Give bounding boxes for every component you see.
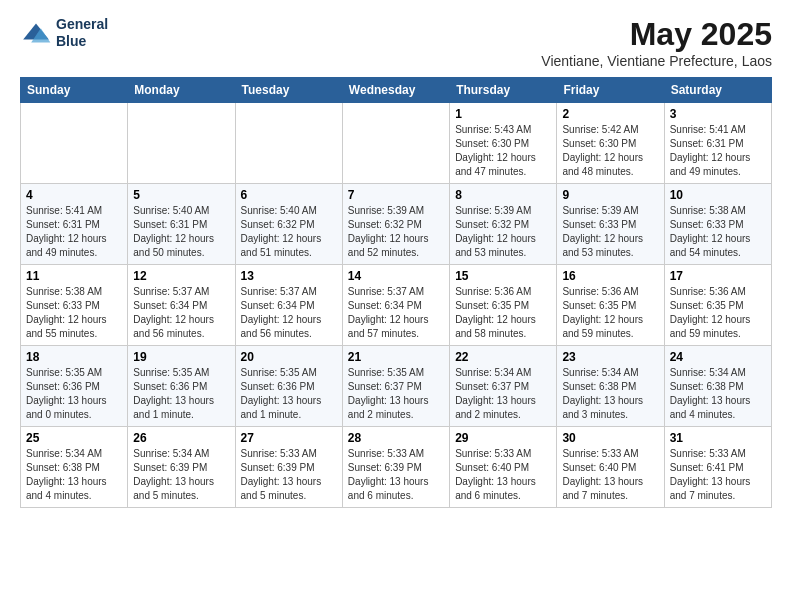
day-cell: 28Sunrise: 5:33 AM Sunset: 6:39 PM Dayli… bbox=[342, 427, 449, 508]
day-info: Sunrise: 5:37 AM Sunset: 6:34 PM Dayligh… bbox=[133, 285, 229, 341]
day-info: Sunrise: 5:33 AM Sunset: 6:41 PM Dayligh… bbox=[670, 447, 766, 503]
day-cell: 3Sunrise: 5:41 AM Sunset: 6:31 PM Daylig… bbox=[664, 103, 771, 184]
day-info: Sunrise: 5:36 AM Sunset: 6:35 PM Dayligh… bbox=[670, 285, 766, 341]
month-title: May 2025 bbox=[541, 16, 772, 53]
day-number: 10 bbox=[670, 188, 766, 202]
week-row-4: 18Sunrise: 5:35 AM Sunset: 6:36 PM Dayli… bbox=[21, 346, 772, 427]
weekday-header-monday: Monday bbox=[128, 78, 235, 103]
day-cell bbox=[128, 103, 235, 184]
day-number: 1 bbox=[455, 107, 551, 121]
week-row-3: 11Sunrise: 5:38 AM Sunset: 6:33 PM Dayli… bbox=[21, 265, 772, 346]
day-number: 8 bbox=[455, 188, 551, 202]
day-number: 14 bbox=[348, 269, 444, 283]
day-cell: 6Sunrise: 5:40 AM Sunset: 6:32 PM Daylig… bbox=[235, 184, 342, 265]
day-info: Sunrise: 5:39 AM Sunset: 6:32 PM Dayligh… bbox=[348, 204, 444, 260]
day-cell: 23Sunrise: 5:34 AM Sunset: 6:38 PM Dayli… bbox=[557, 346, 664, 427]
day-number: 19 bbox=[133, 350, 229, 364]
day-number: 9 bbox=[562, 188, 658, 202]
day-info: Sunrise: 5:42 AM Sunset: 6:30 PM Dayligh… bbox=[562, 123, 658, 179]
day-info: Sunrise: 5:43 AM Sunset: 6:30 PM Dayligh… bbox=[455, 123, 551, 179]
day-info: Sunrise: 5:40 AM Sunset: 6:32 PM Dayligh… bbox=[241, 204, 337, 260]
day-number: 6 bbox=[241, 188, 337, 202]
day-cell: 22Sunrise: 5:34 AM Sunset: 6:37 PM Dayli… bbox=[450, 346, 557, 427]
week-row-1: 1Sunrise: 5:43 AM Sunset: 6:30 PM Daylig… bbox=[21, 103, 772, 184]
day-cell bbox=[21, 103, 128, 184]
day-cell bbox=[342, 103, 449, 184]
day-number: 4 bbox=[26, 188, 122, 202]
day-cell: 19Sunrise: 5:35 AM Sunset: 6:36 PM Dayli… bbox=[128, 346, 235, 427]
day-number: 18 bbox=[26, 350, 122, 364]
day-number: 23 bbox=[562, 350, 658, 364]
day-cell: 5Sunrise: 5:40 AM Sunset: 6:31 PM Daylig… bbox=[128, 184, 235, 265]
location-title: Vientiane, Vientiane Prefecture, Laos bbox=[541, 53, 772, 69]
day-cell: 16Sunrise: 5:36 AM Sunset: 6:35 PM Dayli… bbox=[557, 265, 664, 346]
day-info: Sunrise: 5:34 AM Sunset: 6:39 PM Dayligh… bbox=[133, 447, 229, 503]
day-number: 29 bbox=[455, 431, 551, 445]
day-number: 20 bbox=[241, 350, 337, 364]
weekday-header-wednesday: Wednesday bbox=[342, 78, 449, 103]
day-number: 22 bbox=[455, 350, 551, 364]
day-info: Sunrise: 5:39 AM Sunset: 6:32 PM Dayligh… bbox=[455, 204, 551, 260]
day-info: Sunrise: 5:36 AM Sunset: 6:35 PM Dayligh… bbox=[562, 285, 658, 341]
day-cell: 17Sunrise: 5:36 AM Sunset: 6:35 PM Dayli… bbox=[664, 265, 771, 346]
day-number: 12 bbox=[133, 269, 229, 283]
day-number: 13 bbox=[241, 269, 337, 283]
day-number: 26 bbox=[133, 431, 229, 445]
weekday-header-friday: Friday bbox=[557, 78, 664, 103]
day-info: Sunrise: 5:33 AM Sunset: 6:40 PM Dayligh… bbox=[455, 447, 551, 503]
day-number: 16 bbox=[562, 269, 658, 283]
day-number: 24 bbox=[670, 350, 766, 364]
day-info: Sunrise: 5:35 AM Sunset: 6:36 PM Dayligh… bbox=[241, 366, 337, 422]
day-info: Sunrise: 5:34 AM Sunset: 6:38 PM Dayligh… bbox=[26, 447, 122, 503]
day-number: 21 bbox=[348, 350, 444, 364]
day-cell bbox=[235, 103, 342, 184]
day-cell: 1Sunrise: 5:43 AM Sunset: 6:30 PM Daylig… bbox=[450, 103, 557, 184]
day-cell: 26Sunrise: 5:34 AM Sunset: 6:39 PM Dayli… bbox=[128, 427, 235, 508]
day-info: Sunrise: 5:41 AM Sunset: 6:31 PM Dayligh… bbox=[670, 123, 766, 179]
logo-icon bbox=[20, 17, 52, 49]
day-number: 2 bbox=[562, 107, 658, 121]
weekday-header-sunday: Sunday bbox=[21, 78, 128, 103]
day-info: Sunrise: 5:36 AM Sunset: 6:35 PM Dayligh… bbox=[455, 285, 551, 341]
day-number: 11 bbox=[26, 269, 122, 283]
day-number: 7 bbox=[348, 188, 444, 202]
weekday-header-saturday: Saturday bbox=[664, 78, 771, 103]
day-cell: 29Sunrise: 5:33 AM Sunset: 6:40 PM Dayli… bbox=[450, 427, 557, 508]
day-info: Sunrise: 5:33 AM Sunset: 6:39 PM Dayligh… bbox=[348, 447, 444, 503]
day-number: 31 bbox=[670, 431, 766, 445]
day-info: Sunrise: 5:34 AM Sunset: 6:37 PM Dayligh… bbox=[455, 366, 551, 422]
day-number: 5 bbox=[133, 188, 229, 202]
logo-text: General Blue bbox=[56, 16, 108, 50]
title-block: May 2025 Vientiane, Vientiane Prefecture… bbox=[541, 16, 772, 69]
day-number: 3 bbox=[670, 107, 766, 121]
day-cell: 25Sunrise: 5:34 AM Sunset: 6:38 PM Dayli… bbox=[21, 427, 128, 508]
day-number: 17 bbox=[670, 269, 766, 283]
day-cell: 18Sunrise: 5:35 AM Sunset: 6:36 PM Dayli… bbox=[21, 346, 128, 427]
day-number: 25 bbox=[26, 431, 122, 445]
day-number: 30 bbox=[562, 431, 658, 445]
day-cell: 7Sunrise: 5:39 AM Sunset: 6:32 PM Daylig… bbox=[342, 184, 449, 265]
day-info: Sunrise: 5:38 AM Sunset: 6:33 PM Dayligh… bbox=[26, 285, 122, 341]
day-info: Sunrise: 5:35 AM Sunset: 6:36 PM Dayligh… bbox=[26, 366, 122, 422]
day-cell: 14Sunrise: 5:37 AM Sunset: 6:34 PM Dayli… bbox=[342, 265, 449, 346]
page-header: General Blue May 2025 Vientiane, Vientia… bbox=[20, 16, 772, 69]
day-info: Sunrise: 5:35 AM Sunset: 6:36 PM Dayligh… bbox=[133, 366, 229, 422]
day-number: 28 bbox=[348, 431, 444, 445]
day-info: Sunrise: 5:40 AM Sunset: 6:31 PM Dayligh… bbox=[133, 204, 229, 260]
day-cell: 31Sunrise: 5:33 AM Sunset: 6:41 PM Dayli… bbox=[664, 427, 771, 508]
day-info: Sunrise: 5:35 AM Sunset: 6:37 PM Dayligh… bbox=[348, 366, 444, 422]
day-cell: 4Sunrise: 5:41 AM Sunset: 6:31 PM Daylig… bbox=[21, 184, 128, 265]
day-info: Sunrise: 5:34 AM Sunset: 6:38 PM Dayligh… bbox=[562, 366, 658, 422]
day-cell: 21Sunrise: 5:35 AM Sunset: 6:37 PM Dayli… bbox=[342, 346, 449, 427]
day-info: Sunrise: 5:33 AM Sunset: 6:39 PM Dayligh… bbox=[241, 447, 337, 503]
day-cell: 10Sunrise: 5:38 AM Sunset: 6:33 PM Dayli… bbox=[664, 184, 771, 265]
weekday-header-tuesday: Tuesday bbox=[235, 78, 342, 103]
day-cell: 8Sunrise: 5:39 AM Sunset: 6:32 PM Daylig… bbox=[450, 184, 557, 265]
day-info: Sunrise: 5:41 AM Sunset: 6:31 PM Dayligh… bbox=[26, 204, 122, 260]
day-info: Sunrise: 5:38 AM Sunset: 6:33 PM Dayligh… bbox=[670, 204, 766, 260]
day-cell: 30Sunrise: 5:33 AM Sunset: 6:40 PM Dayli… bbox=[557, 427, 664, 508]
day-cell: 20Sunrise: 5:35 AM Sunset: 6:36 PM Dayli… bbox=[235, 346, 342, 427]
day-info: Sunrise: 5:34 AM Sunset: 6:38 PM Dayligh… bbox=[670, 366, 766, 422]
logo: General Blue bbox=[20, 16, 108, 50]
day-number: 15 bbox=[455, 269, 551, 283]
